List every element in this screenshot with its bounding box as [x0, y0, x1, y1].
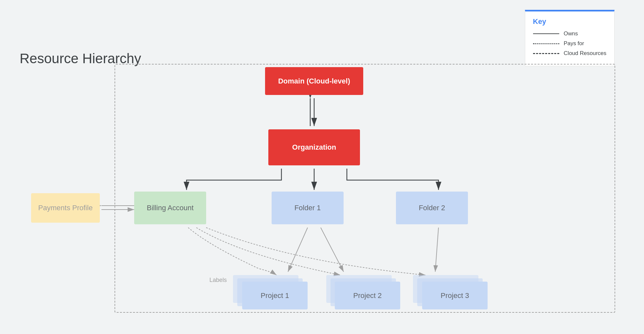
project1-label: Project 1	[261, 291, 289, 300]
project2-label: Project 2	[353, 291, 382, 300]
payments-profile-label: Payments Profile	[38, 204, 93, 212]
diagram: Domain (Cloud-level) Organization Billin…	[13, 33, 628, 321]
legend-title: Key	[533, 17, 606, 26]
folder2-label: Folder 2	[419, 204, 445, 212]
payments-profile-box: Payments Profile	[31, 193, 100, 223]
folder2-box: Folder 2	[396, 192, 468, 224]
labels-text: Labels	[209, 277, 227, 284]
project3-label: Project 3	[441, 291, 469, 300]
folder1-box: Folder 1	[272, 192, 344, 224]
organization-box: Organization	[268, 129, 360, 165]
project3-box: Project 3	[422, 282, 488, 309]
organization-label: Organization	[292, 143, 336, 152]
project1-box: Project 1	[242, 282, 308, 309]
domain-box: Domain (Cloud-level)	[265, 67, 363, 95]
project2-box: Project 2	[335, 282, 400, 309]
domain-label: Domain (Cloud-level)	[278, 77, 350, 85]
billing-account-label: Billing Account	[147, 204, 193, 212]
folder1-label: Folder 1	[295, 204, 321, 212]
billing-account-box: Billing Account	[134, 192, 206, 224]
